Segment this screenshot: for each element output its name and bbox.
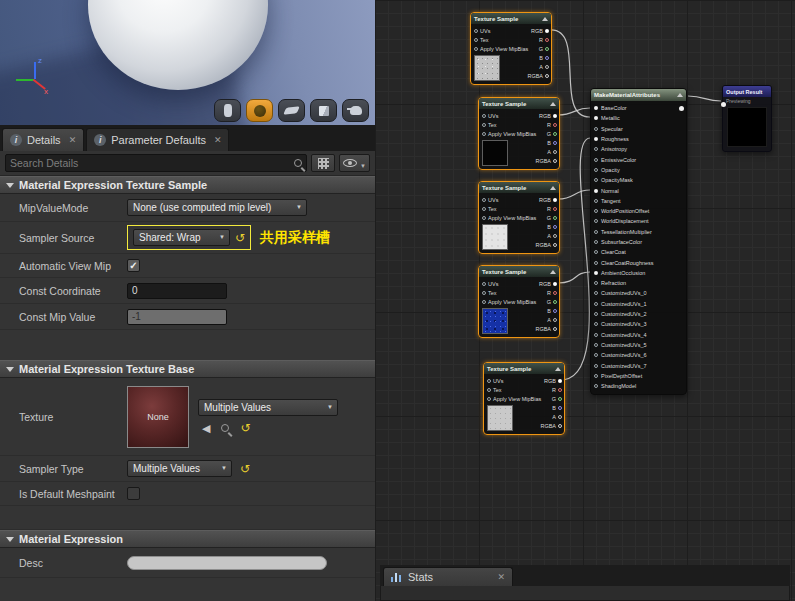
mma-input-pin-shadingmodel[interactable]: ShadingModel [594,381,686,391]
node-header[interactable]: Texture Sample [479,182,559,193]
output-pin-a[interactable]: A [529,231,557,240]
output-pin-g[interactable]: G [529,297,557,306]
material-attributes-output-pin[interactable] [679,106,684,111]
input-pin-apply-view-mipbias[interactable]: Apply View MipBias [487,394,534,403]
output-pin-rgba[interactable]: RGBA [521,71,549,80]
mma-input-pin-customizeduvs_5[interactable]: CustomizedUVs_5 [594,340,686,350]
make-material-attributes-node[interactable]: MakeMaterialAttributes BaseColorMetallic… [590,88,687,395]
output-pin-b[interactable]: B [534,403,562,412]
output-pin-r[interactable]: R [534,385,562,394]
input-pin-uvs[interactable]: UVs [482,111,529,120]
output-pin-r[interactable]: R [521,35,549,44]
input-pin-tex[interactable]: Tex [482,288,529,297]
input-pin-tex[interactable]: Tex [482,120,529,129]
output-pin-a[interactable]: A [529,147,557,156]
output-pin-rgb[interactable]: RGB [529,195,557,204]
preview-shape-cylinder-button[interactable] [214,99,241,122]
mma-input-pin-roughness[interactable]: Roughness [594,134,686,144]
output-pin-b[interactable]: B [521,53,549,62]
mma-input-pin-customizeduvs_6[interactable]: CustomizedUVs_6 [594,350,686,360]
output-pin-b[interactable]: B [529,138,557,147]
tab-stats[interactable]: Stats [383,567,513,586]
mma-input-pin-worlddisplacement[interactable]: WorldDisplacement [594,216,686,226]
mma-input-pin-refraction[interactable]: Refraction [594,278,686,288]
mma-input-pin-tangent[interactable]: Tangent [594,196,686,206]
mma-input-pin-ambientocclusion[interactable]: AmbientOcclusion [594,268,686,278]
mma-input-pin-basecolor[interactable]: BaseColor [594,103,686,113]
desc-input[interactable] [127,556,327,570]
node-header[interactable]: Texture Sample [471,13,551,24]
reset-to-default-icon[interactable] [240,423,250,433]
collapse-icon[interactable] [542,17,548,21]
preview-viewport[interactable]: z x [0,0,375,125]
output-pin-rgb[interactable]: RGB [529,111,557,120]
output-pin-r[interactable]: R [529,288,557,297]
mma-input-pin-tessellationmultiplier[interactable]: TessellationMultiplier [594,227,686,237]
texture-asset-dropdown[interactable]: Multiple Values [198,399,338,416]
output-result-node[interactable]: Output Result Previewing [722,85,772,152]
close-tab-icon[interactable] [214,135,222,145]
node-header[interactable]: MakeMaterialAttributes [591,89,686,101]
texture-sample-node[interactable]: Texture SampleUVsTexApply View MipBiasRG… [478,265,560,338]
node-header[interactable]: Texture Sample [479,98,559,109]
texture-sample-node[interactable]: Texture SampleUVsTexApply View MipBiasRG… [478,181,560,254]
output-pin-g[interactable]: G [521,44,549,53]
output-pin-g[interactable]: G [529,213,557,222]
collapse-icon[interactable] [550,270,556,274]
use-selected-asset-icon[interactable] [202,422,210,435]
property-matrix-button[interactable] [311,154,335,172]
collapse-icon[interactable] [677,93,683,97]
is-default-meshpaint-checkbox[interactable] [127,487,140,500]
mip-value-mode-dropdown[interactable]: None (use computed mip level) [127,199,307,216]
output-pin-r[interactable]: R [529,204,557,213]
mma-input-pin-worldpositionoffset[interactable]: WorldPositionOffset [594,206,686,216]
output-pin-rgb[interactable]: RGB [521,26,549,35]
mma-input-pin-pixeldepthoffset[interactable]: PixelDepthOffset [594,371,686,381]
input-pin-apply-view-mipbias[interactable]: Apply View MipBias [482,213,529,222]
tab-parameter-defaults[interactable]: Parameter Defaults [86,128,229,151]
mma-input-pin-opacity[interactable]: Opacity [594,165,686,175]
material-input-pin[interactable] [721,102,726,107]
output-pin-rgb[interactable]: RGB [529,279,557,288]
mma-input-pin-customizeduvs_2[interactable]: CustomizedUVs_2 [594,309,686,319]
collapse-icon[interactable] [555,367,561,371]
input-pin-apply-view-mipbias[interactable]: Apply View MipBias [482,129,529,138]
mma-input-pin-subsurfacecolor[interactable]: SubsurfaceColor [594,237,686,247]
input-pin-uvs[interactable]: UVs [487,376,534,385]
mma-input-pin-customizeduvs_3[interactable]: CustomizedUVs_3 [594,319,686,329]
material-graph-canvas[interactable]: Texture SampleUVsTexApply View MipBiasRG… [375,0,795,601]
output-pin-a[interactable]: A [534,412,562,421]
close-tab-icon[interactable] [69,135,77,145]
input-pin-tex[interactable]: Tex [487,385,534,394]
const-coordinate-input[interactable] [127,283,227,299]
input-pin-uvs[interactable]: UVs [482,195,529,204]
tab-details[interactable]: Details [2,128,84,151]
texture-sample-node[interactable]: Texture SampleUVsTexApply View MipBiasRG… [483,362,565,435]
browse-to-asset-icon[interactable] [221,424,229,432]
output-pin-g[interactable]: G [534,394,562,403]
output-pin-a[interactable]: A [529,315,557,324]
output-pin-rgba[interactable]: RGBA [534,421,562,430]
category-material-expression-texture-base[interactable]: Material Expression Texture Base [0,360,375,378]
preview-shape-sphere-button[interactable] [246,99,273,122]
view-options-button[interactable] [339,154,370,172]
mma-input-pin-emissivecolor[interactable]: EmissiveColor [594,154,686,164]
preview-shape-plane-button[interactable] [278,99,305,122]
mma-input-pin-normal[interactable]: Normal [594,185,686,195]
mma-input-pin-metallic[interactable]: Metallic [594,113,686,123]
output-pin-r[interactable]: R [529,120,557,129]
output-pin-rgba[interactable]: RGBA [529,240,557,249]
sampler-source-dropdown[interactable]: Shared: Wrap [133,229,230,246]
category-material-expression[interactable]: Material Expression [0,530,375,548]
output-pin-rgba[interactable]: RGBA [529,156,557,165]
close-tab-icon[interactable] [497,572,505,582]
node-header[interactable]: Texture Sample [484,363,564,374]
mma-input-pin-anisotropy[interactable]: Anisotropy [594,144,686,154]
sampler-type-dropdown[interactable]: Multiple Values [127,460,232,477]
reset-to-default-icon[interactable] [235,233,245,243]
collapse-icon[interactable] [550,186,556,190]
input-pin-uvs[interactable]: UVs [474,26,521,35]
automatic-view-mip-checkbox[interactable] [127,259,140,272]
input-pin-apply-view-mipbias[interactable]: Apply View MipBias [474,44,521,53]
category-material-expression-texture-sample[interactable]: Material Expression Texture Sample [0,176,375,194]
